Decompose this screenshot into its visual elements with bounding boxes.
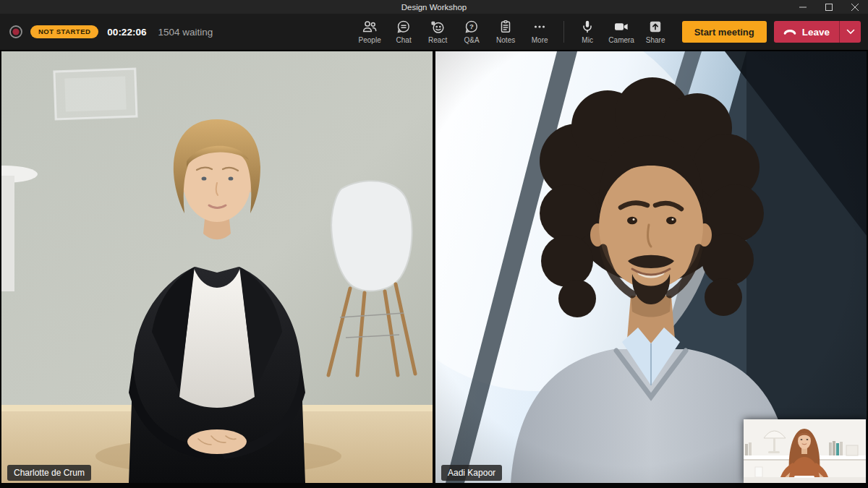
meeting-timer: 00:22:06 (107, 27, 146, 38)
mic-label: Mic (582, 36, 593, 44)
waiting-count: 1504 waiting (158, 27, 213, 38)
self-view-pip[interactable] (744, 419, 866, 483)
chevron-down-icon (846, 29, 855, 35)
more-button[interactable]: More (523, 14, 557, 51)
notes-button[interactable]: Notes (489, 14, 523, 51)
status-badge: NOT STARTED (30, 25, 98, 38)
svg-text:?: ? (469, 22, 474, 30)
share-label: Share (646, 36, 665, 44)
leave-label: Leave (802, 27, 830, 38)
close-button[interactable] (842, 0, 868, 14)
leave-split-button: Leave (774, 21, 861, 43)
record-icon (9, 25, 23, 39)
hangup-icon (783, 27, 796, 36)
more-icon (532, 20, 547, 34)
close-icon (851, 4, 859, 11)
window-title: Design Workshop (401, 3, 467, 12)
name-label-aadi: Aadi Kapoor (441, 465, 502, 481)
more-label: More (532, 36, 548, 44)
people-label: People (359, 36, 381, 44)
start-meeting-button[interactable]: Start meeting (682, 21, 767, 43)
camera-label: Camera (608, 36, 634, 44)
react-label: React (428, 36, 447, 44)
camera-icon (613, 20, 629, 34)
chat-button[interactable]: Chat (387, 14, 421, 51)
chat-label: Chat (396, 36, 412, 44)
minimize-icon (799, 4, 807, 11)
people-button[interactable]: People (353, 14, 387, 51)
video-stage: Charlotte de Crum (0, 51, 868, 488)
share-button[interactable]: Share (639, 14, 673, 51)
meeting-toolbar: NOT STARTED 00:22:06 1504 waiting People… (0, 14, 868, 51)
title-bar[interactable]: Design Workshop (0, 0, 868, 14)
chat-icon (396, 20, 411, 34)
aadi-video-scene (435, 51, 867, 483)
toolbar-separator (563, 21, 564, 43)
status-cluster: NOT STARTED 00:22:06 1504 waiting (9, 25, 213, 39)
react-icon (430, 20, 446, 34)
name-label-charlotte: Charlotte de Crum (7, 465, 91, 481)
mic-button[interactable]: Mic (571, 14, 605, 51)
notes-icon (498, 20, 513, 34)
people-icon (362, 20, 378, 34)
window-controls (790, 0, 868, 14)
notes-label: Notes (496, 36, 515, 44)
leave-options-button[interactable] (839, 21, 861, 43)
self-view-scene (744, 419, 866, 483)
react-button[interactable]: React (421, 14, 455, 51)
share-icon (648, 20, 663, 34)
maximize-button[interactable] (816, 0, 842, 14)
qa-icon: ? (464, 20, 479, 34)
camera-button[interactable]: Camera (605, 14, 639, 51)
qa-button[interactable]: ? Q&A (455, 14, 489, 51)
leave-button[interactable]: Leave (774, 21, 839, 43)
minimize-button[interactable] (790, 0, 816, 14)
charlotte-video-scene (1, 51, 433, 483)
qa-label: Q&A (464, 36, 480, 44)
video-tile-aadi[interactable]: Aadi Kapoor (435, 51, 867, 483)
aadi-person (435, 51, 867, 483)
mic-icon (580, 20, 595, 34)
video-tile-charlotte[interactable]: Charlotte de Crum (1, 51, 433, 483)
maximize-icon (825, 4, 833, 11)
